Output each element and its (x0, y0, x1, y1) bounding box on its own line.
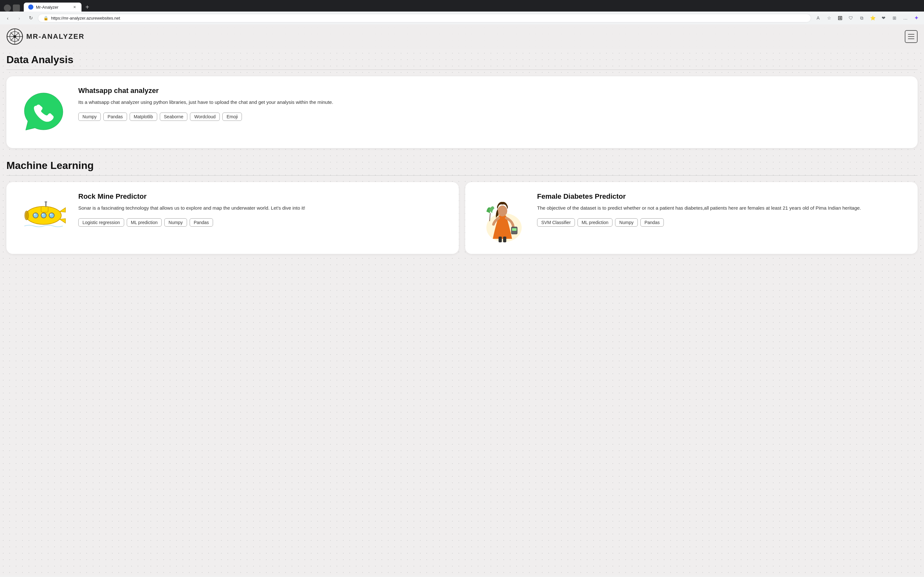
hamburger-line-2 (908, 36, 914, 37)
data-analysis-title: Data Analysis (0, 49, 924, 69)
favorites-icon[interactable]: ⭐ (868, 13, 877, 23)
whatsapp-card[interactable]: Whatsapp chat analyzer Its a whatsapp ch… (6, 76, 918, 148)
svg-point-11 (49, 213, 54, 218)
site-logo: MR-ANALYZER (6, 28, 84, 45)
diabetes-title: Female Diabetes Predictor (537, 192, 906, 201)
active-tab[interactable]: Mr-Analyzer ✕ (24, 3, 81, 11)
rock-mine-tags: Logistic regression ML prediction Numpy … (78, 218, 447, 227)
data-analysis-cards: Whatsapp chat analyzer Its a whatsapp ch… (0, 76, 924, 155)
more-button[interactable]: … (901, 13, 910, 23)
svg-rect-6 (41, 206, 48, 212)
tag-ml-pred[interactable]: ML prediction (127, 218, 162, 227)
collections-icon[interactable]: ❤ (879, 13, 888, 23)
tab-close-button[interactable]: ✕ (72, 5, 77, 10)
svg-point-15 (25, 211, 29, 220)
forward-button[interactable]: › (15, 13, 24, 23)
tab-favicon (28, 5, 33, 10)
new-tab-button[interactable]: + (83, 3, 92, 11)
svg-point-20 (498, 205, 507, 216)
submarine-icon: 🤖 👾 (18, 192, 69, 243)
svg-point-9 (33, 213, 38, 218)
rock-mine-title: Rock Mine Predictor (78, 192, 447, 201)
data-analysis-divider (6, 69, 918, 70)
lock-icon: 🔒 (43, 16, 48, 21)
back-button[interactable]: ‹ (3, 13, 12, 23)
hamburger-line-3 (908, 39, 914, 39)
svg-point-10 (41, 213, 46, 218)
diabetes-tags: SVM Classifier ML prediction Numpy Panda… (537, 218, 906, 227)
tag-numpy-2[interactable]: Numpy (164, 218, 187, 227)
tag-pandas[interactable]: Pandas (103, 113, 127, 121)
tag-seaborne[interactable]: Seaborne (160, 113, 188, 121)
diabetes-description: The objective of the dataset is to predi… (537, 205, 906, 212)
hamburger-line-1 (908, 34, 914, 35)
address-bar[interactable]: 🔒 https://mr-analyzer.azurewebsites.net (38, 14, 811, 23)
diabetes-card[interactable]: Female Diabetes Predictor The objective … (465, 182, 918, 254)
extensions-icon[interactable]: ⊞ (835, 13, 845, 23)
svg-point-12 (34, 213, 36, 215)
bookmark-icon[interactable]: ☆ (825, 13, 834, 23)
svg-rect-8 (45, 201, 47, 203)
translate-icon[interactable]: A (814, 13, 822, 23)
svg-point-13 (42, 213, 44, 215)
whatsapp-description: Its a whatsapp chat analyzer using pytho… (78, 99, 906, 106)
machine-learning-title: Machine Learning (0, 155, 924, 175)
whatsapp-image (18, 87, 69, 138)
tag-ml-pred-2[interactable]: ML prediction (577, 218, 613, 227)
machine-learning-cards: 🤖 👾 Rock Mine Predictor Sonar is a fasci… (0, 182, 924, 260)
svg-rect-24 (499, 237, 502, 242)
tab-title: Mr-Analyzer (36, 5, 69, 10)
female-image (477, 192, 528, 243)
whatsapp-content: Whatsapp chat analyzer Its a whatsapp ch… (78, 87, 906, 121)
whatsapp-icon (21, 90, 66, 135)
apps-icon[interactable]: ⊞ (890, 13, 899, 23)
rock-mine-card[interactable]: 🤖 👾 Rock Mine Predictor Sonar is a fasci… (6, 182, 459, 254)
svg-text:👾: 👾 (50, 227, 60, 236)
svg-rect-25 (503, 237, 506, 242)
submarine-image: 🤖 👾 (18, 192, 69, 243)
shield-icon[interactable]: 🛡 (846, 13, 855, 23)
reload-button[interactable]: ↻ (26, 13, 35, 23)
machine-learning-divider (6, 175, 918, 176)
browser-toolbar: ‹ › ↻ 🔒 https://mr-analyzer.azurewebsite… (0, 11, 924, 24)
site-navbar: MR-ANALYZER (0, 24, 924, 49)
tag-logistic[interactable]: Logistic regression (78, 218, 124, 227)
toolbar-icons: A ☆ ⊞ 🛡 ⧉ ⭐ ❤ ⊞ … ✦ (814, 13, 921, 23)
split-view-icon[interactable]: ⧉ (857, 13, 866, 23)
page-content: MR-ANALYZER Data Analysis Whatsapp chat … (0, 24, 924, 576)
whatsapp-tags: Numpy Pandas Matplotlib Seaborne Wordclo… (78, 113, 906, 121)
diabetes-content: Female Diabetes Predictor The objective … (537, 192, 906, 227)
whatsapp-title: Whatsapp chat analyzer (78, 87, 906, 95)
tag-pandas-3[interactable]: Pandas (640, 218, 664, 227)
logo-icon (6, 28, 23, 45)
browser-chrome: Mr-Analyzer ✕ + (0, 0, 924, 11)
tag-matplotlib[interactable]: Matplotlib (129, 113, 157, 121)
copilot-icon[interactable]: ✦ (912, 13, 921, 23)
female-icon (477, 192, 528, 243)
rock-mine-description: Sonar is a fascinating technology that a… (78, 205, 447, 212)
tag-emoji[interactable]: Emoji (222, 113, 242, 121)
tag-numpy-3[interactable]: Numpy (615, 218, 638, 227)
hamburger-menu[interactable] (905, 30, 918, 43)
tag-numpy[interactable]: Numpy (78, 113, 101, 121)
tab-bar: Mr-Analyzer ✕ + (4, 3, 920, 11)
tab-grid-icon[interactable] (13, 5, 20, 11)
url-text: https://mr-analyzer.azurewebsites.net (51, 16, 806, 21)
tag-wordcloud[interactable]: Wordcloud (190, 113, 220, 121)
svg-rect-22 (512, 228, 517, 231)
tag-pandas-2[interactable]: Pandas (190, 218, 213, 227)
svg-rect-7 (45, 202, 47, 207)
rock-mine-content: Rock Mine Predictor Sonar is a fascinati… (78, 192, 447, 227)
tag-svm[interactable]: SVM Classifier (537, 218, 575, 227)
logo-text: MR-ANALYZER (26, 32, 84, 41)
svg-point-14 (50, 213, 52, 215)
profile-icon[interactable] (4, 5, 11, 11)
favicon-group (4, 5, 20, 11)
